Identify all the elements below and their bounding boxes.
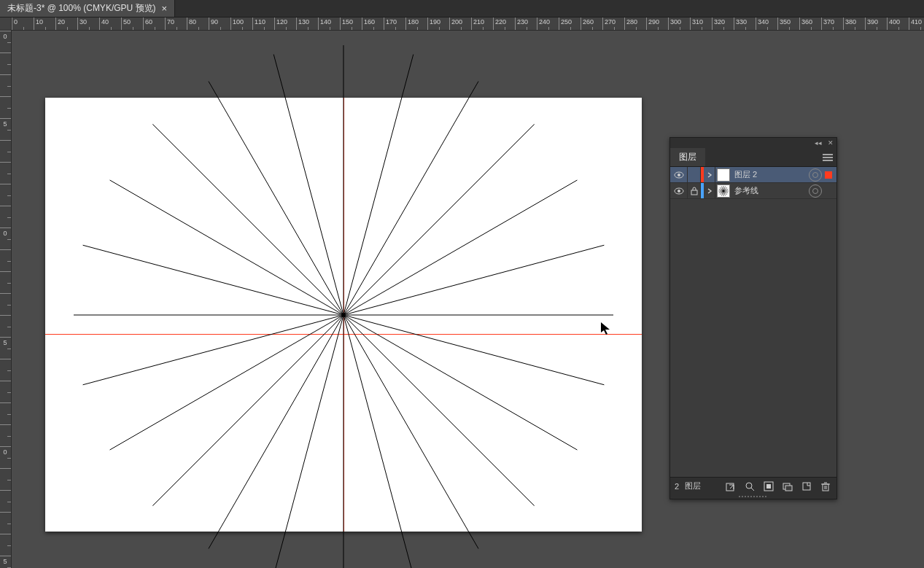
close-icon[interactable]: ×: [162, 3, 168, 14]
ruler-tick: 90: [209, 17, 230, 31]
ruler-tick: 40: [99, 17, 121, 31]
ruler-tick: 260: [581, 17, 602, 31]
svg-line-5: [343, 315, 414, 568]
horizontal-ruler[interactable]: 0102030405060708090100110120130140150160…: [12, 17, 924, 31]
selection-indicator[interactable]: [825, 171, 832, 179]
ruler-tick: [0, 424, 11, 446]
ruler-tick: 5: [0, 556, 11, 568]
svg-rect-32: [691, 190, 697, 195]
export-icon: [726, 481, 736, 491]
document-tab[interactable]: 未标题-3* @ 100% (CMYK/GPU 预览) ×: [0, 0, 175, 17]
layer-list[interactable]: 图层 2参考线: [670, 167, 836, 477]
target-icon[interactable]: [809, 184, 822, 198]
visibility-toggle[interactable]: [670, 183, 688, 198]
panel-status-bar: 2 图层: [670, 477, 836, 494]
export-button[interactable]: [724, 480, 737, 493]
ruler-tick: 320: [712, 17, 734, 31]
svg-line-50: [730, 485, 734, 489]
svg-line-16: [209, 82, 343, 315]
ruler-tick: 30: [77, 17, 99, 31]
artboard[interactable]: [45, 98, 642, 532]
target-icon[interactable]: [809, 168, 822, 182]
ruler-tick: [0, 140, 11, 162]
locate-button[interactable]: [743, 480, 756, 493]
new-sublayer-button[interactable]: [781, 480, 794, 493]
svg-line-9: [152, 315, 343, 506]
ruler-tick: 180: [405, 17, 427, 31]
layer-name[interactable]: 参考线: [733, 185, 809, 196]
chevron-right-icon: [707, 172, 713, 178]
ruler-tick: 170: [384, 17, 405, 31]
svg-line-13: [83, 245, 343, 315]
lock-toggle[interactable]: [688, 167, 701, 182]
svg-point-31: [678, 190, 680, 192]
starburst-icon: [718, 185, 729, 197]
layer-row[interactable]: 图层 2: [670, 167, 836, 183]
disclosure-toggle[interactable]: [704, 183, 715, 198]
search-icon: [745, 481, 755, 491]
panel-titlebar[interactable]: ◂◂ ✕: [670, 138, 836, 148]
ruler-origin-corner[interactable]: [0, 17, 12, 31]
ruler-tick: 270: [602, 17, 624, 31]
ruler-tick: [0, 315, 11, 337]
ruler-tick: [0, 184, 11, 206]
panel-resize-grip[interactable]: [670, 494, 836, 499]
close-icon[interactable]: ✕: [828, 139, 834, 147]
layer-name[interactable]: 图层 2: [733, 169, 809, 180]
clip-mask-button[interactable]: [762, 480, 775, 493]
ruler-tick: 240: [537, 17, 559, 31]
svg-line-7: [273, 315, 343, 568]
ruler-tick: 280: [624, 17, 646, 31]
ruler-tick: 10: [34, 17, 55, 31]
ruler-tick: 130: [296, 17, 318, 31]
collapse-icon[interactable]: ◂◂: [815, 139, 822, 147]
trash-icon: [820, 481, 831, 491]
ruler-tick: 370: [821, 17, 843, 31]
layer-row[interactable]: 参考线: [670, 183, 836, 199]
ruler-tick: 250: [559, 17, 581, 31]
layer-thumbnail[interactable]: [717, 184, 730, 198]
layer-thumbnail[interactable]: [717, 168, 730, 182]
svg-line-3: [343, 315, 535, 506]
delete-layer-button[interactable]: [819, 480, 832, 493]
ruler-tick: [0, 293, 11, 315]
ruler-tick: 380: [843, 17, 865, 31]
disclosure-toggle[interactable]: [704, 167, 715, 182]
panel-menu-button[interactable]: [819, 148, 836, 166]
ruler-tick: 70: [165, 17, 187, 31]
ruler-tick: [0, 490, 11, 512]
tab-layers-label: 图层: [679, 151, 696, 163]
visibility-toggle[interactable]: [670, 167, 688, 182]
ruler-tick: 5: [0, 337, 11, 359]
ruler-tick: 210: [471, 17, 493, 31]
ruler-tick: 230: [515, 17, 537, 31]
eye-icon: [674, 171, 684, 179]
svg-line-4: [343, 315, 478, 548]
tab-layers[interactable]: 图层: [670, 148, 705, 166]
selection-indicator[interactable]: [825, 187, 832, 195]
svg-line-8: [209, 315, 343, 548]
ruler-tick: 300: [668, 17, 690, 31]
vertical-ruler[interactable]: 050505: [0, 31, 12, 568]
ruler-tick: 200: [449, 17, 471, 31]
svg-point-29: [678, 174, 680, 176]
ruler-tick: [0, 271, 11, 293]
ruler-tick: 310: [690, 17, 712, 31]
artwork-starburst[interactable]: [45, 98, 642, 532]
svg-line-1: [343, 315, 604, 385]
new-layer-button[interactable]: [800, 480, 813, 493]
ruler-tick: 400: [887, 17, 909, 31]
lock-icon: [691, 187, 698, 195]
ruler-tick: [0, 359, 11, 381]
svg-line-21: [343, 124, 535, 315]
svg-line-23: [343, 245, 604, 315]
lock-toggle[interactable]: [688, 183, 701, 198]
ruler-tick: 220: [493, 17, 515, 31]
ruler-tick: [0, 468, 11, 490]
ruler-tick: [0, 534, 11, 556]
svg-rect-58: [823, 484, 828, 491]
document-tab-title: 未标题-3* @ 100% (CMYK/GPU 预览): [7, 2, 156, 15]
ruler-tick: 50: [121, 17, 143, 31]
ruler-tick: 290: [646, 17, 668, 31]
svg-line-10: [110, 315, 343, 450]
